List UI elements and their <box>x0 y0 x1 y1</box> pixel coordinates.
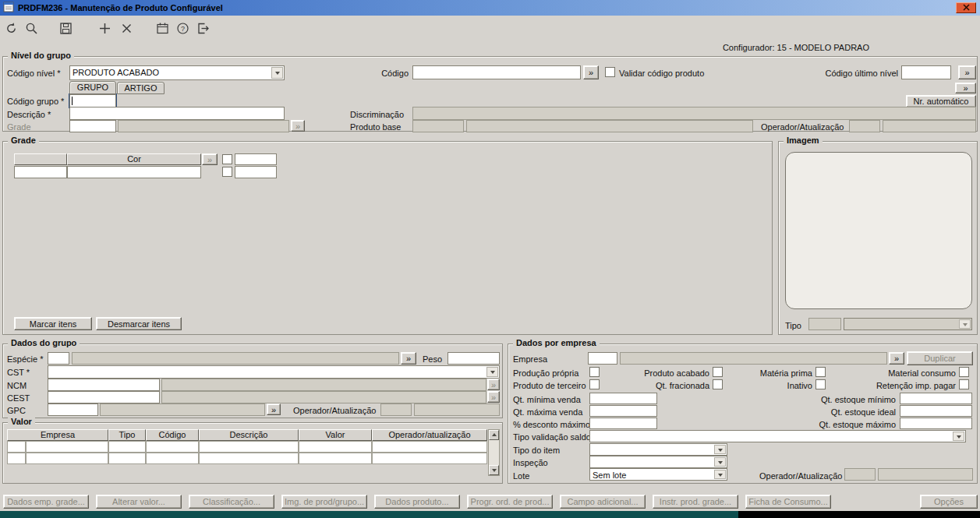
producao-propria-checkbox[interactable] <box>589 367 600 377</box>
search-button[interactable] <box>23 20 40 37</box>
ncm-input[interactable] <box>48 379 160 391</box>
instr-prod-grade-button[interactable]: Instr. prod. grade... <box>653 495 738 509</box>
valor-cell[interactable] <box>108 453 146 464</box>
chevron-down-icon[interactable] <box>486 367 498 377</box>
valor-cell[interactable] <box>372 453 487 464</box>
grade-filter-checkbox-2[interactable] <box>222 167 232 177</box>
close-button[interactable] <box>956 2 976 13</box>
window-title: PRDFM236 - Manutenção de Produto Configu… <box>18 3 223 12</box>
descricao-input[interactable] <box>69 107 285 120</box>
grade-filter-field-2[interactable] <box>235 166 277 178</box>
estoque-ideal-input[interactable] <box>900 405 972 417</box>
valor-cell[interactable] <box>108 441 146 453</box>
estoque-minimo-input[interactable] <box>900 393 972 404</box>
desmarcar-itens-button[interactable]: Desmarcar itens <box>96 317 182 330</box>
valor-scrollbar[interactable] <box>488 429 500 476</box>
cst-select[interactable] <box>48 365 500 379</box>
valor-cell[interactable] <box>146 441 199 453</box>
marcar-itens-button[interactable]: Marcar itens <box>14 317 92 330</box>
produto-terceiro-checkbox[interactable] <box>589 379 600 389</box>
peso-input[interactable] <box>448 352 500 365</box>
progr-ord-prod-button[interactable]: Progr. ord. de prod... <box>467 495 553 509</box>
tab-artigo[interactable]: ARTIGO <box>117 82 165 94</box>
qt-maxima-input[interactable] <box>589 405 657 417</box>
scroll-down-button[interactable] <box>489 465 499 475</box>
codigo-ultimo-lookup-button[interactable]: » <box>958 65 976 79</box>
chevron-down-icon[interactable] <box>714 457 726 467</box>
empresa-input[interactable] <box>588 352 617 365</box>
material-consumo-checkbox[interactable] <box>959 367 969 377</box>
codigo-nivel-select[interactable]: PRODUTO ACABADO <box>69 65 285 80</box>
validar-checkbox[interactable] <box>605 67 615 77</box>
inspecao-label: Inspeção <box>513 458 548 468</box>
save-button[interactable] <box>57 20 74 37</box>
gpc-input[interactable] <box>48 403 98 416</box>
grade-group-title: Grade <box>8 136 39 145</box>
delete-button[interactable] <box>118 20 135 37</box>
qt-fracionada-checkbox[interactable] <box>713 379 723 389</box>
ficha-consumo-button[interactable]: Ficha de Consumo... <box>745 495 831 509</box>
scroll-up-button[interactable] <box>489 430 499 440</box>
dados-emp-grade-button[interactable]: Dados emp. grade... <box>3 495 89 509</box>
chevron-down-icon[interactable] <box>271 67 283 79</box>
cest-input[interactable] <box>48 391 160 403</box>
exit-button[interactable] <box>194 20 211 37</box>
lote-select[interactable]: Sem lote <box>589 468 727 481</box>
gpc-lookup-button[interactable]: » <box>267 403 281 415</box>
tipo-item-select[interactable] <box>589 443 727 456</box>
tab-grupo[interactable]: GRUPO <box>69 81 116 94</box>
valor-cell[interactable] <box>7 453 26 464</box>
especie-input[interactable] <box>48 352 69 365</box>
refresh-button[interactable] <box>2 20 19 37</box>
valor-cell[interactable] <box>199 441 299 453</box>
chevron-down-icon[interactable] <box>953 432 964 441</box>
produto-acabado-checkbox[interactable] <box>713 367 723 377</box>
classificacao-button[interactable]: Classificação... <box>189 495 274 509</box>
valor-cell[interactable] <box>299 453 372 464</box>
materia-prima-checkbox[interactable] <box>815 367 826 377</box>
valor-cell[interactable] <box>26 453 108 464</box>
chevron-down-icon[interactable] <box>714 470 726 479</box>
estoque-maximo-input[interactable] <box>900 418 972 429</box>
codigo-input[interactable] <box>412 65 581 79</box>
valor-header-empresa: Empresa <box>7 429 108 441</box>
valor-cell[interactable] <box>146 453 199 464</box>
qt-minima-input[interactable] <box>589 393 657 404</box>
grade-filter-checkbox-1[interactable] <box>222 154 232 164</box>
chevron-down-icon[interactable] <box>714 445 726 454</box>
valor-cell[interactable] <box>299 441 372 453</box>
grade-filter-field-1[interactable] <box>235 153 277 165</box>
valor-cell[interactable] <box>26 441 108 453</box>
grade-cor-cell[interactable] <box>67 166 201 178</box>
valor-cell[interactable] <box>372 441 487 453</box>
valor-cell[interactable] <box>7 441 26 453</box>
campo-adicional-button[interactable]: Campo adicional... <box>560 495 646 509</box>
add-button[interactable] <box>96 20 113 37</box>
grade-code-input[interactable] <box>69 120 116 132</box>
peso-label: Peso <box>423 354 442 365</box>
inativo-checkbox[interactable] <box>815 379 826 389</box>
img-prod-grupo-button[interactable]: Img. de prod/grupo... <box>281 495 367 509</box>
title-bar[interactable]: PRDFM236 - Manutenção de Produto Configu… <box>0 0 980 16</box>
help-button[interactable]: ? <box>174 20 191 37</box>
inspecao-select[interactable] <box>589 456 727 468</box>
calendar-button[interactable] <box>154 20 171 37</box>
valor-header-valor: Valor <box>299 429 372 441</box>
codigo-lookup-button[interactable]: » <box>583 65 599 79</box>
valor-cell[interactable] <box>199 453 299 464</box>
empresa-lookup-button[interactable]: » <box>889 352 904 365</box>
empresa-operador-code-field <box>844 468 876 481</box>
retencao-checkbox[interactable] <box>959 379 969 389</box>
nivel-lookup-button[interactable]: » <box>955 83 976 93</box>
dados-produto-button[interactable]: Dados produto... <box>374 495 460 509</box>
tipo-validacao-select[interactable] <box>589 430 966 442</box>
grade-code-cell[interactable] <box>14 166 67 178</box>
especie-lookup-button[interactable]: » <box>401 352 416 365</box>
desconto-maximo-input[interactable] <box>589 418 657 429</box>
opcoes-button[interactable]: Opções <box>920 495 978 509</box>
codigo-grupo-input[interactable] <box>69 94 116 107</box>
alterar-valor-button[interactable]: Alterar valor... <box>96 495 182 509</box>
codigo-ultimo-input[interactable] <box>901 65 951 79</box>
ncm-label: NCM <box>7 381 27 391</box>
nr-automatico-button[interactable]: Nr. automático <box>906 95 976 107</box>
